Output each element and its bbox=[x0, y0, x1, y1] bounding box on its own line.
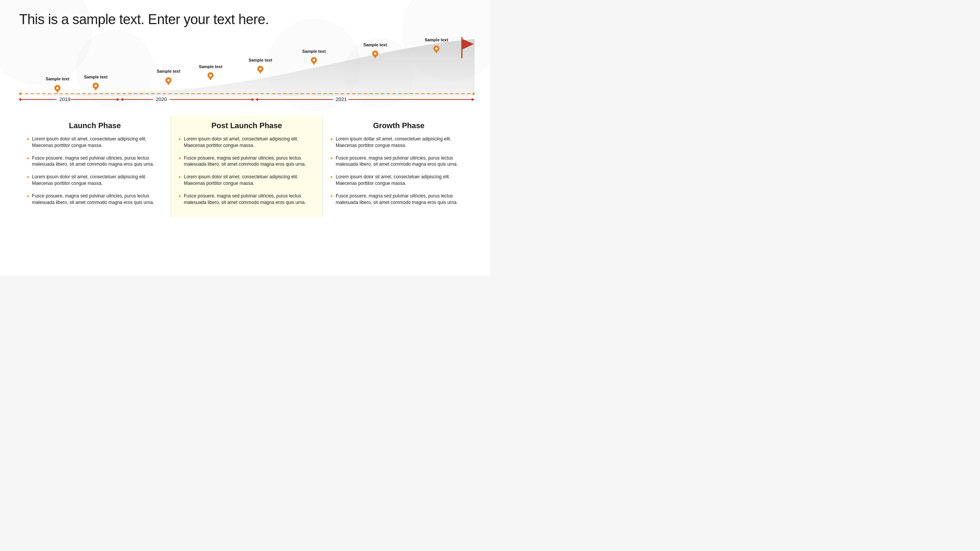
list-item: • Fusce posuere, magna sed pulvinar ultr… bbox=[179, 155, 315, 168]
svg-marker-37 bbox=[259, 71, 262, 74]
item-text: Fusce posuere, magna sed pulvinar ultric… bbox=[336, 155, 467, 168]
bullet-icon: • bbox=[330, 192, 333, 206]
item-text: Lorem ipsum dolor sit amet, consectetuer… bbox=[184, 174, 315, 187]
bullet-icon: • bbox=[27, 135, 29, 149]
item-text: Fusce posuere, magna sed pulvinar ultric… bbox=[32, 155, 163, 168]
list-item: • Fusce posuere, magna sed pulvinar ultr… bbox=[27, 193, 163, 206]
bullet-icon: • bbox=[179, 173, 181, 187]
svg-text:Sample text: Sample text bbox=[363, 42, 387, 47]
item-text: Lorem ipsum dolor sit amet, consectetuer… bbox=[32, 174, 163, 187]
svg-text:Sample text: Sample text bbox=[248, 58, 272, 62]
bullet-icon: • bbox=[330, 154, 333, 168]
svg-point-44 bbox=[374, 52, 376, 55]
svg-point-32 bbox=[209, 74, 212, 77]
item-text: Fusce posuere, magna sed pulvinar ultric… bbox=[336, 193, 467, 206]
svg-point-36 bbox=[259, 68, 261, 70]
bullet-icon: • bbox=[179, 154, 181, 168]
svg-marker-2 bbox=[19, 92, 21, 95]
svg-text:2021: 2021 bbox=[336, 96, 347, 102]
svg-marker-21 bbox=[56, 90, 59, 93]
svg-marker-17 bbox=[472, 98, 475, 101]
bullet-icon: • bbox=[27, 154, 29, 168]
svg-text:Sample text: Sample text bbox=[199, 64, 222, 69]
svg-marker-52 bbox=[462, 39, 474, 49]
item-text: Fusce posuere, magna sed pulvinar ultric… bbox=[32, 193, 163, 206]
bullet-icon: • bbox=[330, 135, 333, 149]
item-text: Lorem ipsum dolor sit amet, consectetuer… bbox=[184, 136, 315, 149]
item-text: Lorem ipsum dollar sit amet, consectetue… bbox=[336, 136, 467, 149]
svg-text:Sample text: Sample text bbox=[157, 69, 180, 73]
phase-post-launch-title: Post Launch Phase bbox=[179, 121, 315, 130]
slide: This is a sample text. Enter your text h… bbox=[0, 0, 490, 276]
bullet-icon: • bbox=[179, 135, 181, 149]
list-item: • Lorem ipsum dolor sit amet, consectetu… bbox=[179, 136, 315, 149]
svg-text:Sample text: Sample text bbox=[302, 49, 326, 54]
flag-icon bbox=[459, 37, 475, 60]
svg-point-48 bbox=[435, 47, 438, 50]
svg-point-20 bbox=[56, 87, 59, 89]
phase-launch: Launch Phase • Lorem ipsum dolor sit ame… bbox=[19, 116, 171, 217]
list-item: • Lorem ipsum dolor sit amet, consectetu… bbox=[27, 174, 163, 187]
list-item: • Fusce posuere, magna sed pulvinar ultr… bbox=[330, 193, 467, 206]
svg-point-24 bbox=[95, 85, 97, 87]
svg-marker-8 bbox=[120, 98, 123, 101]
svg-text:2020: 2020 bbox=[156, 96, 167, 102]
item-text: Lorem ipsum dolor sit amet, consectetuer… bbox=[32, 136, 163, 149]
list-item: • Lorem ipsum dolor sit amet, consectetu… bbox=[179, 174, 315, 187]
item-text: Fusce posuere, magna sed pulvinar ultric… bbox=[184, 155, 315, 168]
phase-post-launch: Post Launch Phase • Lorem ipsum dolor si… bbox=[171, 116, 323, 217]
svg-rect-51 bbox=[461, 37, 462, 58]
phase-launch-title: Launch Phase bbox=[27, 121, 163, 130]
list-item: • Fusce posuere, magna sed pulvinar ultr… bbox=[330, 155, 467, 168]
timeline-section: 2019 2020 2021 Sample text bbox=[19, 35, 475, 112]
svg-marker-7 bbox=[117, 98, 120, 101]
svg-marker-29 bbox=[167, 83, 170, 85]
list-item: • Lorem ipsum dolor sit amet, consectetu… bbox=[330, 174, 467, 187]
svg-marker-33 bbox=[209, 78, 212, 80]
svg-text:Sample text: Sample text bbox=[425, 37, 448, 42]
phases-section: Launch Phase • Lorem ipsum dolor sit ame… bbox=[19, 116, 475, 217]
svg-text:Sample text: Sample text bbox=[84, 75, 108, 79]
bullet-icon: • bbox=[330, 173, 333, 187]
phase-growth-title: Growth Phase bbox=[330, 121, 467, 130]
svg-text:Sample text: Sample text bbox=[46, 77, 69, 81]
svg-text:2019: 2019 bbox=[59, 96, 70, 102]
svg-marker-3 bbox=[19, 98, 21, 101]
svg-marker-13 bbox=[255, 98, 258, 101]
slide-title: This is a sample text. Enter your text h… bbox=[19, 11, 475, 28]
svg-marker-41 bbox=[312, 62, 315, 65]
bullet-icon: • bbox=[179, 192, 181, 206]
list-item: • Fusce posuere, magna sed pulvinar ultr… bbox=[179, 193, 315, 206]
list-item: • Fusce posuere, magna sed pulvinar ultr… bbox=[27, 155, 163, 168]
bullet-icon: • bbox=[27, 173, 29, 187]
svg-point-40 bbox=[313, 59, 315, 61]
list-item: • Lorem ipsum dolor sit amet, consectetu… bbox=[27, 136, 163, 149]
bullet-icon: • bbox=[27, 192, 29, 206]
phase-growth: Growth Phase • Lorem ipsum dollar sit am… bbox=[323, 116, 475, 217]
svg-marker-12 bbox=[252, 98, 255, 101]
svg-point-28 bbox=[167, 79, 170, 82]
timeline-svg: 2019 2020 2021 Sample text bbox=[19, 35, 475, 112]
list-item: • Lorem ipsum dollar sit amet, consectet… bbox=[330, 136, 467, 149]
item-text: Lorem ipsum dolor sit amet, consectetuer… bbox=[336, 174, 467, 187]
item-text: Fusce posuere, magna sed pulvinar ultric… bbox=[184, 193, 315, 206]
svg-marker-25 bbox=[94, 88, 97, 91]
